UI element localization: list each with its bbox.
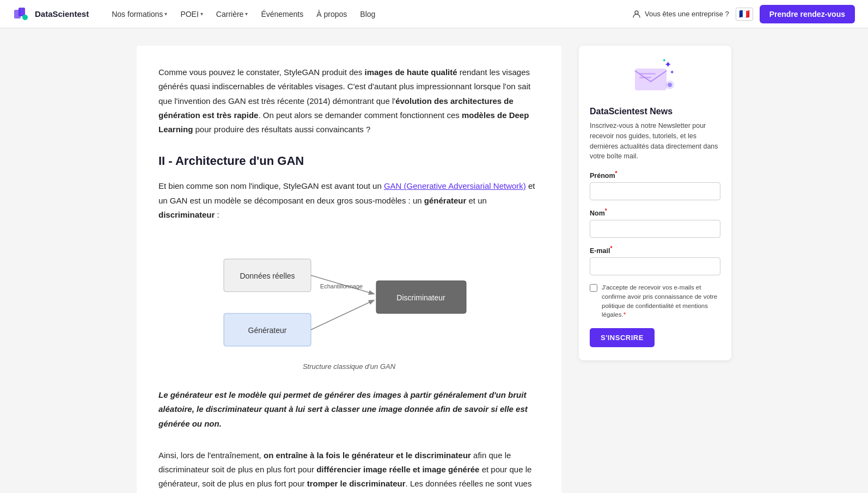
gan-blockquote: Le générateur est le modèle qui permet d… [158,388,540,431]
chevron-down-icon: ▾ [200,11,203,17]
chevron-down-icon: ▾ [245,11,248,17]
nav-item-evenements[interactable]: Événements [255,7,309,22]
logo[interactable]: DataScientest [13,5,89,23]
enterprise-link[interactable]: Vous êtes une entreprise ? [632,9,729,19]
newsletter-illustration: ✦ ✦ ✦ [590,57,720,100]
nav-menu: Nos formations ▾ POEI ▾ Carrière ▾ Événe… [106,7,632,22]
navbar-right: Vous êtes une entreprise ? 🇫🇷 Prendre re… [632,5,855,23]
prenom-input[interactable] [590,182,720,200]
page-wrapper: Comme vous pouvez le constater, StyleGAN… [53,28,815,493]
prenom-label: Prénom* [590,170,720,180]
language-selector[interactable]: 🇫🇷 [736,8,753,21]
diagram-svg-wrapper: Données réelles Générateur Discriminateu… [207,237,491,357]
body-paragraph: Ainsi, lors de l'entraînement, on entraî… [158,448,540,493]
email-input[interactable] [590,257,720,275]
nav-item-poei[interactable]: POEI ▾ [175,7,208,22]
gan-diagram: Données réelles Générateur Discriminateu… [158,237,540,371]
newsletter-title: DataScientest News [590,107,720,116]
logo-text: DataScientest [35,9,89,19]
svg-line-11 [311,300,374,330]
diagram-caption: Structure classique d'un GAN [303,362,395,371]
svg-point-2 [22,15,28,20]
svg-text:Générateur: Générateur [248,326,287,335]
svg-text:Discriminateur: Discriminateur [396,293,445,302]
chevron-down-icon: ▾ [164,11,167,17]
section-intro: Et bien comme son nom l'indique, StyleGA… [158,179,540,222]
intro-paragraph: Comme vous pouvez le constater, StyleGAN… [158,65,540,137]
consent-row: J'accepte de recevoir vos e-mails et con… [590,283,720,319]
section-heading: II - Architecture d'un GAN [158,154,540,168]
svg-point-20 [668,83,672,87]
consent-checkbox[interactable] [590,284,597,292]
gan-diagram-svg: Données réelles Générateur Discriminateu… [207,237,491,357]
cta-button[interactable]: Prendre rendez-vous [760,5,855,23]
nav-item-carriere[interactable]: Carrière ▾ [211,7,254,22]
svg-text:Données réelles: Données réelles [240,272,295,280]
nav-item-apropos[interactable]: À propos [311,7,352,22]
enterprise-icon [632,9,641,19]
nom-label: Nom* [590,208,720,217]
newsletter-icon: ✦ ✦ ✦ [631,57,680,100]
email-label: E-mail* [590,245,720,255]
svg-rect-13 [635,69,667,90]
svg-text:✦: ✦ [670,69,674,75]
newsletter-desc: Inscrivez-vous à notre Newsletter pour r… [590,121,720,162]
svg-text:Echantillonnage: Echantillonnage [320,283,363,289]
sidebar: ✦ ✦ ✦ DataScientest News Inscrivez-vous … [579,46,731,493]
navbar: DataScientest Nos formations ▾ POEI ▾ Ca… [0,0,868,28]
gan-link[interactable]: GAN (Generative Adversiarial Network) [384,181,526,190]
nav-item-formations[interactable]: Nos formations ▾ [106,7,173,22]
svg-rect-15 [639,77,651,78]
article-content: Comme vous pouvez le constater, StyleGAN… [137,46,561,493]
nav-item-blog[interactable]: Blog [354,7,381,22]
newsletter-card: ✦ ✦ ✦ DataScientest News Inscrivez-vous … [579,46,731,360]
svg-rect-14 [639,73,656,75]
consent-label: J'accepte de recevoir vos e-mails et con… [602,283,720,319]
svg-point-3 [635,11,638,14]
logo-icon [13,5,30,23]
svg-text:✦: ✦ [662,58,667,63]
nom-input[interactable] [590,220,720,238]
subscribe-button[interactable]: S'INSCRIRE [590,328,655,347]
